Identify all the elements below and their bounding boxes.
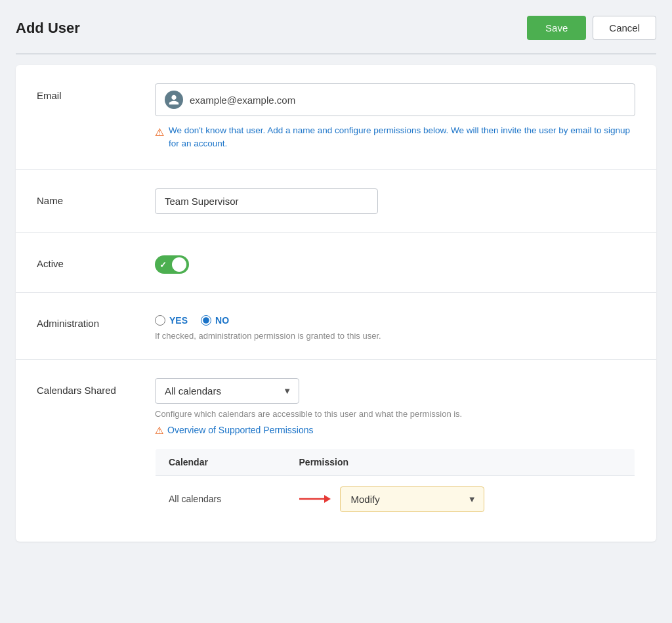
email-label: Email (37, 83, 155, 101)
permission-select[interactable]: View Modify Manage Admin (340, 486, 484, 512)
table-body: All calendars (156, 475, 635, 523)
name-content (155, 188, 635, 214)
administration-content: YES NO If checked, administration permis… (155, 311, 635, 341)
warning-icon: ⚠ (155, 125, 164, 140)
table-header-row: Calendar Permission (156, 448, 635, 475)
calendars-content: All calendars Selected calendars ▼ Confi… (155, 378, 635, 523)
info-message: ⚠ We don't know that user. Add a name an… (155, 124, 635, 151)
calendar-cell: All calendars (156, 475, 286, 523)
user-icon (168, 94, 180, 106)
active-label: Active (37, 251, 155, 269)
calendars-select-wrapper: All calendars Selected calendars ▼ (155, 378, 299, 404)
save-button[interactable]: Save (527, 16, 586, 40)
overview-link[interactable]: ⚠ Overview of Supported Permissions (155, 424, 635, 437)
email-row: Email example@example.com ⚠ We don't kno… (16, 65, 656, 170)
radio-no-label: NO (215, 315, 229, 326)
info-text: We don't know that user. Add a name and … (169, 124, 635, 151)
name-input[interactable] (155, 188, 378, 214)
avatar-icon (165, 91, 183, 109)
form-card: Email example@example.com ⚠ We don't kno… (16, 65, 656, 542)
arrow-icon (299, 492, 331, 505)
permissions-table: Calendar Permission All calendars (155, 448, 635, 523)
col-permission: Permission (286, 448, 635, 475)
calendars-select[interactable]: All calendars Selected calendars (155, 378, 299, 404)
permission-cell-td: View Modify Manage Admin ▼ (286, 475, 635, 523)
radio-yes[interactable] (155, 315, 165, 326)
active-content: ✓ (155, 251, 635, 274)
col-calendar: Calendar (156, 448, 286, 475)
calendars-hint: Configure which calendars are accessible… (155, 409, 635, 419)
email-content: example@example.com ⚠ We don't know that… (155, 83, 635, 151)
radio-no-option[interactable]: NO (201, 315, 229, 326)
cancel-button[interactable]: Cancel (593, 16, 656, 40)
toggle-wrapper: ✓ (155, 251, 635, 274)
calendars-label: Calendars Shared (37, 378, 155, 396)
overview-link-text: Overview of Supported Permissions (167, 425, 314, 435)
overview-info-icon: ⚠ (155, 425, 163, 437)
table-row: All calendars (156, 475, 635, 523)
svg-marker-1 (324, 495, 331, 503)
administration-hint: If checked, administration permission is… (155, 331, 635, 341)
header-buttons: Save Cancel (527, 16, 656, 40)
radio-group: YES NO (155, 311, 635, 326)
name-label: Name (37, 188, 155, 206)
administration-label: Administration (37, 311, 155, 329)
permission-cell: View Modify Manage Admin ▼ (299, 486, 621, 512)
active-row: Active ✓ (16, 233, 656, 293)
administration-row: Administration YES NO If checked, admini… (16, 293, 656, 360)
permission-select-wrapper: View Modify Manage Admin ▼ (340, 486, 484, 512)
right-arrow-icon (299, 492, 331, 505)
email-value: example@example.com (190, 95, 295, 106)
radio-yes-label: YES (169, 315, 188, 326)
name-row: Name (16, 170, 656, 233)
radio-no[interactable] (201, 315, 211, 326)
page-title: Add User (16, 20, 80, 37)
radio-yes-option[interactable]: YES (155, 315, 188, 326)
email-input-wrapper[interactable]: example@example.com (155, 83, 635, 116)
table-header: Calendar Permission (156, 448, 635, 475)
active-toggle[interactable]: ✓ (155, 255, 189, 274)
toggle-slider (155, 255, 189, 274)
calendars-row: Calendars Shared All calendars Selected … (16, 360, 656, 542)
